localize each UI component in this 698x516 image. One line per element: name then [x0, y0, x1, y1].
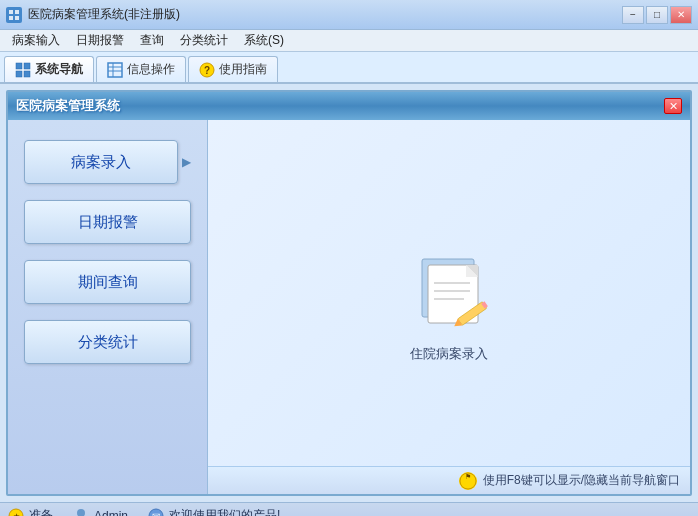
- window-close-button[interactable]: ✕: [664, 98, 682, 114]
- tab-system-nav-label: 系统导航: [35, 61, 83, 78]
- menu-item-fenlei[interactable]: 分类统计: [172, 30, 236, 51]
- status-welcome-label: 欢迎使用我们的产品!: [169, 507, 280, 516]
- window-title: 医院病案管理系统(非注册版): [28, 6, 180, 23]
- help-icon: ?: [199, 62, 215, 78]
- status-item-admin: Admin: [73, 508, 128, 517]
- window-controls: − □ ✕: [622, 6, 692, 24]
- ready-icon: ★: [8, 508, 24, 517]
- sidebar-btn-riqi-baojing[interactable]: 日期报警: [24, 200, 191, 244]
- menu-item-bingan[interactable]: 病案输入: [4, 30, 68, 51]
- tab-help-guide-label: 使用指南: [219, 61, 267, 78]
- table-icon: [107, 62, 123, 78]
- sidebar-btn-qijian-chaxun[interactable]: 期间查询: [24, 260, 191, 304]
- document-icon: [404, 251, 494, 331]
- grid-icon: [15, 62, 31, 78]
- menu-bar: 病案输入 日期报警 查询 分类统计 系统(S): [0, 30, 698, 52]
- hint-bar: ⚑ 使用F8键可以显示/隐藏当前导航窗口: [208, 466, 690, 494]
- svg-point-28: [77, 509, 85, 517]
- menu-item-riqi[interactable]: 日期报警: [68, 30, 132, 51]
- tab-info-ops[interactable]: 信息操作: [96, 56, 186, 82]
- window-title-bar: 医院病案管理系统 ✕: [8, 92, 690, 120]
- toolbar: 系统导航 信息操作 ? 使用指南: [0, 52, 698, 84]
- svg-text:⚑: ⚑: [465, 473, 471, 480]
- svg-text:✉: ✉: [152, 511, 160, 517]
- window-title-text: 医院病案管理系统: [16, 97, 120, 115]
- svg-rect-0: [9, 10, 13, 14]
- main-window: 医院病案管理系统 ✕ 病案录入 ▶ 日期报警 期间查询 分类统计: [6, 90, 692, 496]
- sidebar-btn-bingan-ruru[interactable]: 病案录入: [24, 140, 178, 184]
- tab-system-nav[interactable]: 系统导航: [4, 56, 94, 82]
- menu-item-xitong[interactable]: 系统(S): [236, 30, 292, 51]
- welcome-icon: ✉: [148, 508, 164, 517]
- svg-rect-2: [9, 16, 13, 20]
- title-bar-left: 医院病案管理系统(非注册版): [6, 6, 180, 23]
- user-icon: [73, 508, 89, 517]
- close-button[interactable]: ✕: [670, 6, 692, 24]
- svg-rect-6: [16, 71, 22, 77]
- arrow-indicator-0: ▶: [182, 155, 191, 169]
- status-bar: ★ 准备 Admin ✉ 欢迎使用我们的产品!: [0, 502, 698, 516]
- status-admin-label: Admin: [94, 509, 128, 517]
- svg-text:★: ★: [13, 512, 20, 517]
- svg-text:?: ?: [204, 65, 210, 76]
- tab-info-ops-label: 信息操作: [127, 61, 175, 78]
- svg-rect-4: [16, 63, 22, 69]
- maximize-button[interactable]: □: [646, 6, 668, 24]
- right-content: 住院病案录入 ⚑ 使用F8键可以显示/隐藏当前导航窗口: [208, 120, 690, 494]
- sidebar-btn-fenlei-tongji[interactable]: 分类统计: [24, 320, 191, 364]
- content-area: 病案录入 ▶ 日期报警 期间查询 分类统计: [8, 120, 690, 494]
- status-ready-label: 准备: [29, 507, 53, 516]
- tab-help-guide[interactable]: ? 使用指南: [188, 56, 278, 82]
- content-icon-label: 住院病案录入: [410, 345, 488, 363]
- menu-item-chaxun[interactable]: 查询: [132, 30, 172, 51]
- hint-text: 使用F8键可以显示/隐藏当前导航窗口: [483, 472, 680, 489]
- content-icon-area: 住院病案录入: [404, 251, 494, 363]
- hint-icon: ⚑: [459, 472, 477, 490]
- status-item-ready: ★ 准备: [8, 507, 53, 516]
- app-icon: [6, 7, 22, 23]
- title-bar: 医院病案管理系统(非注册版) − □ ✕: [0, 0, 698, 30]
- svg-rect-1: [15, 10, 19, 14]
- sidebar-btn-wrapper-0: 病案录入 ▶: [24, 140, 191, 184]
- minimize-button[interactable]: −: [622, 6, 644, 24]
- sidebar: 病案录入 ▶ 日期报警 期间查询 分类统计: [8, 120, 208, 494]
- svg-rect-8: [108, 63, 122, 77]
- svg-rect-7: [24, 71, 30, 77]
- status-item-welcome: ✉ 欢迎使用我们的产品!: [148, 507, 280, 516]
- svg-rect-5: [24, 63, 30, 69]
- svg-rect-3: [15, 16, 19, 20]
